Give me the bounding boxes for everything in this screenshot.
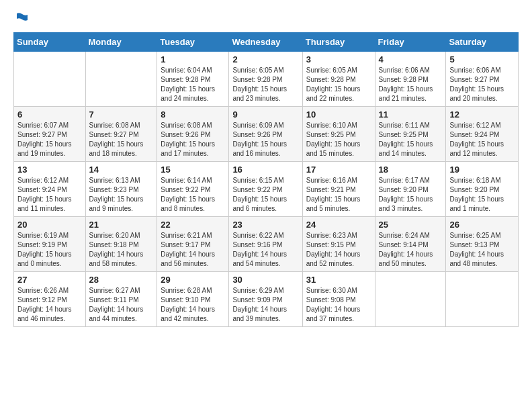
day-number: 11	[379, 109, 443, 120]
day-number: 26	[449, 220, 515, 230]
calendar-week-row: 6Sunrise: 6:07 AM Sunset: 9:27 PM Daylig…	[14, 107, 519, 162]
day-number: 27	[17, 275, 82, 285]
day-number: 19	[449, 165, 515, 175]
calendar-cell: 14Sunrise: 6:13 AM Sunset: 9:23 PM Dayli…	[85, 162, 157, 217]
day-detail: Sunrise: 6:24 AM Sunset: 9:14 PM Dayligh…	[379, 231, 443, 269]
calendar-header-row: SundayMondayTuesdayWednesdayThursdayFrid…	[14, 33, 519, 52]
calendar-cell	[446, 272, 519, 327]
day-detail: Sunrise: 6:29 AM Sunset: 9:09 PM Dayligh…	[232, 286, 298, 324]
calendar-cell: 18Sunrise: 6:17 AM Sunset: 9:20 PM Dayli…	[375, 162, 446, 217]
weekday-header: Sunday	[14, 33, 86, 52]
calendar-cell: 25Sunrise: 6:24 AM Sunset: 9:14 PM Dayli…	[375, 217, 446, 272]
calendar-cell: 8Sunrise: 6:08 AM Sunset: 9:26 PM Daylig…	[157, 107, 229, 162]
calendar-cell: 31Sunrise: 6:30 AM Sunset: 9:08 PM Dayli…	[302, 272, 375, 327]
day-detail: Sunrise: 6:07 AM Sunset: 9:27 PM Dayligh…	[17, 121, 82, 158]
day-number: 16	[232, 165, 298, 175]
calendar-cell: 23Sunrise: 6:22 AM Sunset: 9:16 PM Dayli…	[229, 217, 302, 272]
day-detail: Sunrise: 6:26 AM Sunset: 9:12 PM Dayligh…	[17, 286, 82, 324]
day-number: 20	[17, 220, 82, 230]
calendar-week-row: 1Sunrise: 6:04 AM Sunset: 9:28 PM Daylig…	[14, 52, 519, 107]
calendar-cell: 13Sunrise: 6:12 AM Sunset: 9:24 PM Dayli…	[14, 162, 86, 217]
day-detail: Sunrise: 6:08 AM Sunset: 9:27 PM Dayligh…	[89, 121, 154, 158]
day-number: 25	[379, 220, 443, 230]
weekday-header: Monday	[85, 33, 157, 52]
calendar-cell: 21Sunrise: 6:20 AM Sunset: 9:18 PM Dayli…	[85, 217, 157, 272]
day-number: 10	[306, 109, 371, 120]
day-number: 30	[232, 275, 298, 285]
day-number: 6	[17, 109, 82, 120]
day-detail: Sunrise: 6:08 AM Sunset: 9:26 PM Dayligh…	[161, 121, 225, 158]
calendar-cell: 11Sunrise: 6:11 AM Sunset: 9:25 PM Dayli…	[375, 107, 446, 162]
day-detail: Sunrise: 6:15 AM Sunset: 9:22 PM Dayligh…	[232, 176, 298, 214]
day-detail: Sunrise: 6:05 AM Sunset: 9:28 PM Dayligh…	[306, 66, 371, 103]
day-detail: Sunrise: 6:11 AM Sunset: 9:25 PM Dayligh…	[379, 121, 443, 158]
calendar-cell: 30Sunrise: 6:29 AM Sunset: 9:09 PM Dayli…	[229, 272, 302, 327]
calendar-cell: 2Sunrise: 6:05 AM Sunset: 9:28 PM Daylig…	[229, 52, 302, 107]
day-number: 22	[161, 220, 225, 230]
day-number: 15	[161, 165, 225, 175]
calendar-cell: 6Sunrise: 6:07 AM Sunset: 9:27 PM Daylig…	[14, 107, 86, 162]
day-number: 23	[232, 220, 298, 230]
calendar-cell: 20Sunrise: 6:19 AM Sunset: 9:19 PM Dayli…	[14, 217, 86, 272]
page: SundayMondayTuesdayWednesdayThursdayFrid…	[0, 0, 532, 411]
calendar-week-row: 27Sunrise: 6:26 AM Sunset: 9:12 PM Dayli…	[14, 272, 519, 327]
header	[13, 11, 519, 26]
calendar-cell: 16Sunrise: 6:15 AM Sunset: 9:22 PM Dayli…	[229, 162, 302, 217]
day-detail: Sunrise: 6:06 AM Sunset: 9:27 PM Dayligh…	[449, 66, 515, 103]
day-detail: Sunrise: 6:16 AM Sunset: 9:21 PM Dayligh…	[306, 176, 371, 214]
day-detail: Sunrise: 6:10 AM Sunset: 9:25 PM Dayligh…	[306, 121, 371, 158]
calendar-cell: 15Sunrise: 6:14 AM Sunset: 9:22 PM Dayli…	[157, 162, 229, 217]
logo-icon	[14, 11, 29, 26]
calendar-cell: 24Sunrise: 6:23 AM Sunset: 9:15 PM Dayli…	[302, 217, 375, 272]
calendar-cell: 12Sunrise: 6:12 AM Sunset: 9:24 PM Dayli…	[446, 107, 519, 162]
day-number: 13	[17, 165, 82, 175]
calendar-cell: 10Sunrise: 6:10 AM Sunset: 9:25 PM Dayli…	[302, 107, 375, 162]
day-number: 1	[161, 54, 225, 64]
day-number: 17	[306, 165, 371, 175]
day-detail: Sunrise: 6:17 AM Sunset: 9:20 PM Dayligh…	[379, 176, 443, 214]
day-detail: Sunrise: 6:25 AM Sunset: 9:13 PM Dayligh…	[449, 231, 515, 269]
day-number: 5	[449, 54, 515, 64]
day-detail: Sunrise: 6:18 AM Sunset: 9:20 PM Dayligh…	[449, 176, 515, 214]
day-detail: Sunrise: 6:22 AM Sunset: 9:16 PM Dayligh…	[232, 231, 298, 269]
day-detail: Sunrise: 6:30 AM Sunset: 9:08 PM Dayligh…	[306, 286, 371, 324]
day-number: 12	[449, 109, 515, 120]
day-number: 28	[89, 275, 154, 285]
weekday-header: Tuesday	[157, 33, 229, 52]
day-detail: Sunrise: 6:13 AM Sunset: 9:23 PM Dayligh…	[89, 176, 154, 214]
calendar-cell	[85, 52, 157, 107]
calendar-cell: 4Sunrise: 6:06 AM Sunset: 9:28 PM Daylig…	[375, 52, 446, 107]
day-detail: Sunrise: 6:12 AM Sunset: 9:24 PM Dayligh…	[449, 121, 515, 158]
day-detail: Sunrise: 6:21 AM Sunset: 9:17 PM Dayligh…	[161, 231, 225, 269]
calendar-week-row: 20Sunrise: 6:19 AM Sunset: 9:19 PM Dayli…	[14, 217, 519, 272]
day-detail: Sunrise: 6:19 AM Sunset: 9:19 PM Dayligh…	[17, 231, 82, 269]
weekday-header: Wednesday	[229, 33, 302, 52]
logo	[13, 11, 29, 26]
calendar-cell: 19Sunrise: 6:18 AM Sunset: 9:20 PM Dayli…	[446, 162, 519, 217]
day-number: 7	[89, 109, 154, 120]
day-number: 4	[379, 54, 443, 64]
weekday-header: Saturday	[446, 33, 519, 52]
calendar-cell: 17Sunrise: 6:16 AM Sunset: 9:21 PM Dayli…	[302, 162, 375, 217]
calendar-cell: 9Sunrise: 6:09 AM Sunset: 9:26 PM Daylig…	[229, 107, 302, 162]
day-detail: Sunrise: 6:20 AM Sunset: 9:18 PM Dayligh…	[89, 231, 154, 269]
day-detail: Sunrise: 6:04 AM Sunset: 9:28 PM Dayligh…	[161, 66, 225, 103]
calendar-cell: 27Sunrise: 6:26 AM Sunset: 9:12 PM Dayli…	[14, 272, 86, 327]
calendar-cell: 29Sunrise: 6:28 AM Sunset: 9:10 PM Dayli…	[157, 272, 229, 327]
calendar-cell	[14, 52, 86, 107]
calendar-cell: 7Sunrise: 6:08 AM Sunset: 9:27 PM Daylig…	[85, 107, 157, 162]
day-number: 8	[161, 109, 225, 120]
day-detail: Sunrise: 6:06 AM Sunset: 9:28 PM Dayligh…	[379, 66, 443, 103]
day-number: 31	[306, 275, 371, 285]
day-detail: Sunrise: 6:23 AM Sunset: 9:15 PM Dayligh…	[306, 231, 371, 269]
calendar-cell: 28Sunrise: 6:27 AM Sunset: 9:11 PM Dayli…	[85, 272, 157, 327]
day-detail: Sunrise: 6:12 AM Sunset: 9:24 PM Dayligh…	[17, 176, 82, 214]
day-number: 24	[306, 220, 371, 230]
day-detail: Sunrise: 6:27 AM Sunset: 9:11 PM Dayligh…	[89, 286, 154, 324]
day-number: 29	[161, 275, 225, 285]
weekday-header: Friday	[375, 33, 446, 52]
weekday-header: Thursday	[302, 33, 375, 52]
calendar-cell: 5Sunrise: 6:06 AM Sunset: 9:27 PM Daylig…	[446, 52, 519, 107]
day-number: 2	[232, 54, 298, 64]
day-number: 21	[89, 220, 154, 230]
